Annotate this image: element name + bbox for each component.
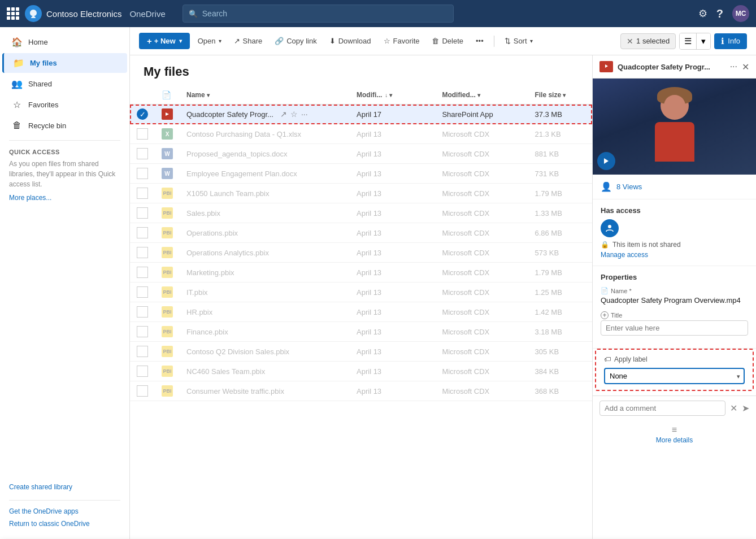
video-play-button[interactable] — [597, 152, 615, 170]
sidebar-item-favorites[interactable]: ☆ Favorites — [2, 95, 127, 115]
open-file-icon[interactable]: ↗ — [280, 110, 287, 119]
sidebar-item-shared[interactable]: 👥 Shared — [2, 74, 127, 94]
file-name-cell[interactable]: Employee Engagement Plan.docx — [180, 164, 350, 184]
row-checkbox[interactable] — [130, 144, 155, 164]
table-row[interactable]: PBI Consumer Website traffic.pbix April … — [130, 381, 592, 401]
delete-button[interactable]: 🗑 Delete — [427, 34, 468, 48]
row-checkbox[interactable] — [130, 342, 155, 362]
prop-title-input[interactable] — [601, 320, 748, 336]
table-row[interactable]: PBI Contoso Q2 Division Sales.pbix April… — [130, 342, 592, 362]
file-name-cell[interactable]: Contoso Purchasing Data - Q1.xlsx — [180, 124, 350, 144]
col-modified-header[interactable]: Modifi... ↓ ▾ — [350, 86, 435, 105]
download-button[interactable]: ⬇ Download — [325, 34, 376, 48]
row-checkbox[interactable] — [130, 282, 155, 302]
info-button[interactable]: ℹ Info — [714, 33, 747, 49]
table-row[interactable]: PBI Sales.pbix April 13 Microsoft CDX 1.… — [130, 203, 592, 223]
table-row[interactable]: X Contoso Purchasing Data - Q1.xlsx Apri… — [130, 124, 592, 144]
row-checkbox[interactable] — [130, 263, 155, 282]
favorite-button[interactable]: ☆ Favorite — [379, 34, 424, 48]
more-file-icon[interactable]: ··· — [301, 110, 308, 119]
clear-selection-icon[interactable]: ✕ — [627, 37, 633, 46]
table-row[interactable]: W Employee Engagement Plan.docx April 13… — [130, 164, 592, 184]
file-modified: April 13 — [357, 189, 381, 198]
copy-link-button[interactable]: 🔗 Copy link — [270, 34, 321, 48]
panel-close-button[interactable]: ✕ — [742, 62, 749, 72]
table-row[interactable]: PBI Finance.pbix April 13 Microsoft CDX … — [130, 322, 592, 342]
folder-icon: 📁 — [13, 58, 24, 68]
user-avatar[interactable]: MC — [732, 5, 749, 22]
table-row[interactable]: PBI Operations Analytics.pbix April 13 M… — [130, 243, 592, 263]
table-row[interactable]: PBI Marketing.pbix April 13 Microsoft CD… — [130, 263, 592, 282]
file-name-cell[interactable]: Marketing.pbix — [180, 263, 350, 282]
manage-access-link[interactable]: Manage access — [601, 251, 748, 259]
new-button[interactable]: + + New ▾ — [139, 33, 190, 49]
row-checkbox[interactable] — [130, 302, 155, 322]
table-row[interactable]: PBI X1050 Launch Team.pbix April 13 Micr… — [130, 184, 592, 203]
file-name-cell[interactable]: IT.pbix — [180, 282, 350, 302]
file-size: 21.3 KB — [535, 130, 561, 138]
table-row[interactable]: ✓ Quadcopter Safety Progr... ↗ ☆ ··· Apr… — [130, 105, 592, 124]
comment-close-icon[interactable]: ✕ — [730, 403, 737, 414]
panel-more-icon[interactable]: ··· — [730, 62, 737, 72]
sidebar-item-my-files[interactable]: 📁 My files — [2, 53, 127, 73]
file-name-cell[interactable]: Operations Analytics.pbix — [180, 243, 350, 263]
open-button[interactable]: Open ▾ — [193, 34, 226, 48]
label-dropdown[interactable]: None Never Delete — [604, 368, 745, 384]
sidebar-item-recycle[interactable]: 🗑 Recycle bin — [2, 116, 127, 135]
col-name-header[interactable]: Name ▾ — [180, 86, 350, 105]
list-view-button[interactable]: ☰ — [680, 33, 696, 49]
file-name-cell[interactable]: Contoso Q2 Division Sales.pbix — [180, 342, 350, 362]
comment-send-icon[interactable]: ➤ — [742, 403, 749, 414]
row-checkbox[interactable]: ✓ — [130, 105, 155, 124]
table-row[interactable]: PBI Operations.pbix April 13 Microsoft C… — [130, 223, 592, 243]
file-name-cell[interactable]: X1050 Launch Team.pbix — [180, 184, 350, 203]
file-name-cell[interactable]: HR.pbix — [180, 302, 350, 322]
file-size: 6.86 MB — [535, 229, 562, 237]
create-library-link[interactable]: Create shared library — [0, 481, 129, 495]
col-modifiedby-label: Modified... — [442, 91, 475, 99]
more-button[interactable]: ••• — [471, 34, 488, 48]
row-checkbox[interactable] — [130, 164, 155, 184]
row-checkbox[interactable] — [130, 362, 155, 381]
search-bar[interactable]: 🔍 Search — [183, 5, 454, 23]
link-icon: 🔗 — [275, 37, 284, 45]
comment-input[interactable] — [599, 401, 725, 416]
star-file-icon[interactable]: ☆ — [290, 110, 298, 119]
views-count[interactable]: 👤 8 Views — [601, 181, 748, 192]
col-size-header[interactable]: File size ▾ — [528, 86, 592, 105]
file-name-cell[interactable]: Quadcopter Safety Progr... ↗ ☆ ··· — [180, 105, 350, 124]
file-icon-cell — [155, 105, 180, 124]
app-logo[interactable]: Contoso Electronics — [25, 5, 121, 22]
grid-view-button[interactable]: ▾ — [696, 33, 710, 49]
row-checkbox[interactable] — [130, 322, 155, 342]
file-name-cell[interactable]: Finance.pbix — [180, 322, 350, 342]
row-checkbox[interactable] — [130, 184, 155, 203]
table-row[interactable]: PBI HR.pbix April 13 Microsoft CDX 1.42 … — [130, 302, 592, 322]
settings-icon[interactable]: ⚙ — [698, 7, 707, 20]
selected-indicator[interactable]: ✕ 1 selected — [620, 33, 676, 49]
file-modifiedby-cell: Microsoft CDX — [435, 124, 528, 144]
file-name-cell[interactable]: Consumer Website traffic.pbix — [180, 381, 350, 401]
file-name-cell[interactable]: Proposed_agenda_topics.docx — [180, 144, 350, 164]
row-checkbox[interactable] — [130, 223, 155, 243]
share-button[interactable]: ↗ Share — [229, 34, 267, 48]
more-places-link[interactable]: More places... — [0, 192, 129, 204]
row-checkbox[interactable] — [130, 243, 155, 263]
row-checkbox[interactable] — [130, 124, 155, 144]
col-modifiedby-header[interactable]: Modified... ▾ — [435, 86, 528, 105]
file-name-cell[interactable]: Operations.pbix — [180, 223, 350, 243]
file-name-cell[interactable]: Sales.pbix — [180, 203, 350, 223]
row-checkbox[interactable] — [130, 203, 155, 223]
waffle-menu[interactable] — [7, 7, 19, 20]
table-row[interactable]: PBI IT.pbix April 13 Microsoft CDX 1.25 … — [130, 282, 592, 302]
get-apps-link[interactable]: Get the OneDrive apps — [0, 505, 129, 518]
file-name-cell[interactable]: NC460 Sales Team.pbix — [180, 362, 350, 381]
help-icon[interactable]: ? — [716, 7, 723, 20]
more-details-link[interactable]: ≡ More details — [593, 420, 756, 449]
table-row[interactable]: W Proposed_agenda_topics.docx April 13 M… — [130, 144, 592, 164]
return-classic-link[interactable]: Return to classic OneDrive — [0, 518, 129, 534]
sort-button[interactable]: ⇅ Sort ▾ — [500, 34, 537, 48]
sidebar-item-home[interactable]: 🏠 Home — [2, 32, 127, 52]
row-checkbox[interactable] — [130, 381, 155, 401]
table-row[interactable]: PBI NC460 Sales Team.pbix April 13 Micro… — [130, 362, 592, 381]
